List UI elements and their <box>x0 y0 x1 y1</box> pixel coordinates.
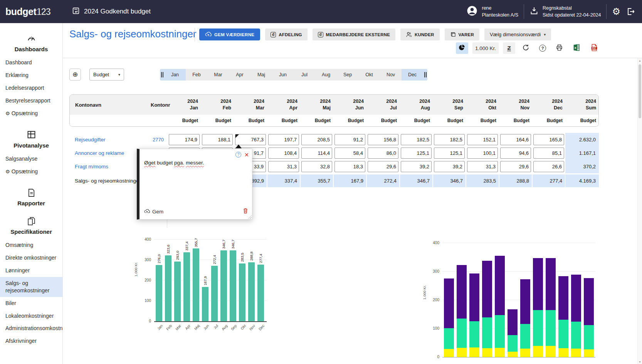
sidebar-item-dashboard[interactable]: Dashboard <box>0 56 62 69</box>
month-tab-aug[interactable]: Aug <box>315 69 337 81</box>
sidebar-item-salgsanalyse[interactable]: Salgsanalyse <box>0 153 62 165</box>
app-logo[interactable]: budget123 <box>5 6 63 17</box>
budget-cell-input[interactable]: 125,1 <box>401 148 432 159</box>
note-help-icon[interactable]: ? <box>235 152 241 158</box>
sidebar-item-erkl-ring[interactable]: Erklæring <box>0 69 62 82</box>
budget-cell-input[interactable]: 767,3 <box>235 134 266 145</box>
slider-handle-left[interactable] <box>160 69 164 81</box>
budget-cell-input[interactable]: 208,5 <box>301 134 332 145</box>
note-delete-trash-icon[interactable] <box>243 208 248 215</box>
bar-value-label: 337,4 <box>185 242 189 251</box>
logout-icon[interactable] <box>626 7 635 16</box>
sidebar-item-ops-tning[interactable]: ⚙Opsætning <box>0 165 62 178</box>
sidebar-item-administrationsomkostninger[interactable]: Administrationsomkostninger <box>0 322 62 335</box>
stacked-bar <box>520 279 530 357</box>
month-tab-nov[interactable]: Nov <box>380 69 402 81</box>
dimension-button-kunder[interactable]: KUNDER <box>400 29 439 40</box>
dimension-button-afdeling[interactable]: dAFDELING <box>265 29 307 40</box>
budget-cell-input[interactable]: 182,5 <box>401 134 432 145</box>
account-number-link[interactable]: 2770 <box>150 137 168 143</box>
month-tab-maj[interactable]: Maj <box>250 69 272 81</box>
slider-handle-right[interactable] <box>423 69 427 81</box>
budget-cell-input[interactable]: 174,9 <box>169 134 200 145</box>
scrollbar-thumb[interactable] <box>639 64 641 118</box>
dimension-button-medarbejdere-eksterne[interactable]: dMEDARBEJDERE EKSTERNE <box>313 29 396 40</box>
month-tab-feb[interactable]: Feb <box>186 69 207 81</box>
export-excel-button[interactable]: X <box>570 42 583 54</box>
print-button[interactable] <box>553 42 566 54</box>
month-tab-apr[interactable]: Apr <box>229 69 250 81</box>
note-resize-handle[interactable] <box>247 215 252 219</box>
zero-suppression-button[interactable]: Z <box>503 42 515 54</box>
budget-cell-input[interactable]: 32,8 <box>301 161 332 172</box>
save-values-button[interactable]: GEM VÆRDIERNE <box>199 29 260 40</box>
budget-cell-input[interactable]: 58,4 <box>334 148 365 159</box>
sidebar-item-ops-tning[interactable]: ⚙Opsætning <box>0 107 62 120</box>
month-tab-mar[interactable]: Mar <box>207 69 229 81</box>
scenario-select[interactable]: Budget▾ <box>89 69 124 81</box>
budget-cell-input[interactable]: 108,4 <box>268 148 299 159</box>
account-name-link[interactable]: Rejseudgifter <box>69 137 150 143</box>
note-save-button[interactable]: Gem <box>144 209 163 215</box>
chart-bar-slot <box>531 243 544 357</box>
settings-gear-icon[interactable]: ⚙ <box>612 7 620 16</box>
budget-cell-input[interactable]: 165,8 <box>533 134 564 145</box>
kontonavn-header: Kontonavn <box>70 102 151 108</box>
budget-cell-input[interactable]: 100,1 <box>467 148 498 159</box>
month-tab-jan[interactable]: Jan <box>164 69 186 81</box>
budget-cell-input[interactable]: 156,8 <box>368 134 398 145</box>
budget-cell-input[interactable]: 39,2 <box>401 161 432 172</box>
budget-cell-input[interactable]: 86,0 <box>368 148 398 159</box>
dimension-button-varer[interactable]: VARER <box>445 29 479 40</box>
user-menu[interactable]: rene Planteskolen A/S <box>466 5 518 18</box>
vertical-scrollbar[interactable]: ▲ ▼ <box>637 58 642 364</box>
budget-cell-input[interactable]: 125,1 <box>434 148 465 159</box>
scroll-down-arrow[interactable]: ▼ <box>638 359 642 363</box>
gauge-icon <box>0 33 62 45</box>
sidebar-item-afskrivninger[interactable]: Afskrivninger <box>0 335 62 347</box>
export-pdf-button[interactable]: PDF <box>588 42 601 54</box>
unit-button[interactable]: 1.000 Kr. <box>472 42 499 54</box>
budget-cell-input[interactable]: 94,6 <box>500 148 531 159</box>
budget-cell-input[interactable]: 18,3 <box>334 161 365 172</box>
month-tab-dec[interactable]: Dec <box>402 69 423 81</box>
budget-cell-input[interactable]: 164,6 <box>500 134 531 145</box>
budget-cell-input[interactable]: 91,2 <box>334 134 365 145</box>
sidebar-item-oms-tning[interactable]: Omsætning <box>0 239 62 252</box>
bar-segment <box>469 321 479 347</box>
month-tab-jun[interactable]: Jun <box>272 69 294 81</box>
accounting-data-status[interactable]: Regnskabstal Sidst opdateret 22-04-2024 <box>529 5 601 18</box>
y-axis-tick-label: 0 <box>136 319 151 323</box>
sidebar-item-l-nninger[interactable]: Lønninger <box>0 264 62 277</box>
month-tab-okt[interactable]: Okt <box>358 69 380 81</box>
budget-cell-input[interactable]: 39,2 <box>434 161 465 172</box>
budget-cell-input[interactable]: 31,3 <box>467 161 498 172</box>
budget-cell-input[interactable]: 152,1 <box>467 134 498 145</box>
sidebar-item-biler[interactable]: Biler <box>0 297 62 310</box>
budget-cell-input[interactable]: 188,1 <box>202 134 233 145</box>
refresh-button[interactable] <box>519 42 532 54</box>
sidebar-item-direkte-omkostninger[interactable]: Direkte omkostninger <box>0 252 62 264</box>
sidebar-item-bestyrelsesrapport[interactable]: Bestyrelsesrapport <box>0 94 62 107</box>
sidebar-item-salgs-og-rejseomkostninger[interactable]: Salgs- og rejseomkostninger <box>0 277 62 297</box>
month-tab-jul[interactable]: Jul <box>294 69 315 81</box>
note-close-icon[interactable]: ✕ <box>244 152 249 158</box>
dimension-value-select[interactable]: Vælg dimensionsværdi▾ <box>484 29 551 40</box>
budget-cell-input[interactable]: 31,3 <box>268 161 299 172</box>
chart-toggle-button[interactable] <box>456 42 468 54</box>
budget-cell-input[interactable]: 29,6 <box>500 161 531 172</box>
budget-cell-input[interactable]: 197,7 <box>268 134 299 145</box>
sidebar-item-ledelsesrapport[interactable]: Ledelsesrapport <box>0 82 62 94</box>
add-row-button[interactable]: ⊕ <box>69 69 81 81</box>
help-button[interactable]: ? <box>536 42 549 54</box>
budget-cell-input[interactable]: 29,6 <box>368 161 398 172</box>
scroll-up-arrow[interactable]: ▲ <box>638 58 642 62</box>
note-text-input[interactable]: Øget budget pga. messer. <box>144 160 247 166</box>
chart-bar-slot <box>481 243 493 357</box>
budget-cell-input[interactable]: 182,5 <box>434 134 465 145</box>
month-tab-sep[interactable]: Sep <box>337 69 358 81</box>
budget-cell-input[interactable]: 26,6 <box>533 161 564 172</box>
budget-cell-input[interactable]: 114,4 <box>301 148 332 159</box>
sidebar-item-lokaleomkostninger[interactable]: Lokaleomkostninger <box>0 310 62 322</box>
budget-cell-input[interactable]: 85,1 <box>533 148 564 159</box>
